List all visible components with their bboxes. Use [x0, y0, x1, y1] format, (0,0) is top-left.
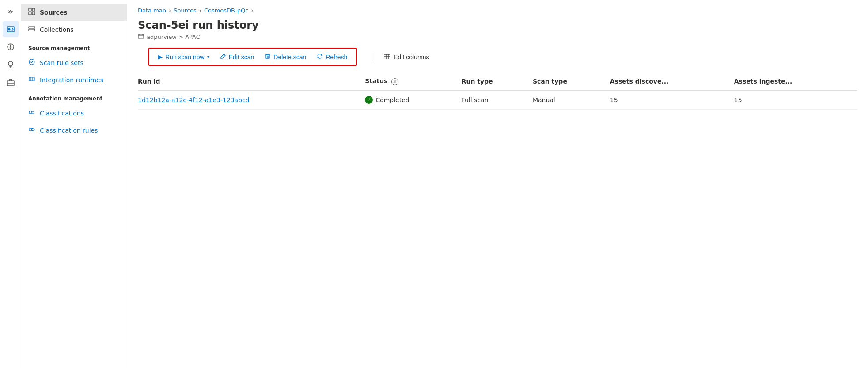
page-subtitle: adpurview > APAC: [138, 33, 857, 41]
briefcase-nav-icon[interactable]: [3, 74, 19, 90]
sidebar-classification-rules-label: Classification rules: [40, 127, 98, 134]
table-row: 1d12b12a-a12c-4f12-a1e3-123abcd ✓ Comple…: [138, 90, 857, 110]
toolbar-secondary: Edit columns: [379, 49, 434, 65]
scan-history-table: Run id Status i Run type Scan type Asset…: [138, 73, 857, 110]
sidebar-item-classifications[interactable]: Classifications: [21, 104, 127, 122]
subtitle-text: adpurview > APAC: [147, 34, 200, 40]
annotation-management-header: Annotation management: [21, 88, 127, 104]
sidebar-item-integration-runtimes[interactable]: Integration runtimes: [21, 71, 127, 88]
sidebar-classifications-label: Classifications: [40, 110, 84, 117]
svg-point-13: [29, 59, 34, 65]
col-header-assets-ingested: Assets ingeste...: [734, 73, 857, 90]
status-cell: ✓ Completed: [365, 96, 456, 104]
sidebar-item-scan-rule-sets[interactable]: Scan rule sets: [21, 54, 127, 71]
integration-runtimes-icon: [28, 76, 35, 84]
svg-point-21: [32, 128, 34, 131]
toolbar-actions: ▶ Run scan now ▾ Edit scan: [148, 48, 357, 66]
cell-status: ✓ Completed: [365, 90, 461, 110]
sources-icon: [28, 8, 35, 16]
col-header-run-id: Run id: [138, 73, 365, 90]
breadcrumb-cosmosdb[interactable]: CosmosDB-pQc: [204, 7, 248, 14]
breadcrumb-sources[interactable]: Sources: [174, 7, 196, 14]
status-completed-icon: ✓: [365, 96, 373, 104]
page-header: Scan-5ei run history adpurview > APAC: [127, 14, 868, 41]
svg-point-20: [29, 128, 32, 131]
collapse-icon[interactable]: ≫: [3, 4, 19, 19]
chevron-down-icon: ▾: [207, 54, 209, 59]
breadcrumb-datamap[interactable]: Data map: [138, 7, 166, 14]
toolbar-divider: [373, 51, 373, 63]
edit-columns-label: Edit columns: [394, 54, 429, 61]
status-label: Completed: [375, 96, 409, 104]
svg-point-17: [29, 111, 32, 114]
sidebar-collections-label: Collections: [40, 26, 74, 33]
cell-assets-discovered: 15: [610, 90, 734, 110]
page-title: Scan-5ei run history: [138, 19, 857, 31]
svg-rect-9: [29, 12, 31, 15]
cell-run-type: Full scan: [462, 90, 533, 110]
icon-strip: ≫: [0, 0, 21, 368]
subtitle-icon: [138, 33, 144, 41]
svg-rect-10: [32, 12, 35, 15]
columns-icon: [384, 53, 391, 61]
collections-icon: [28, 25, 35, 34]
svg-rect-14: [29, 77, 34, 81]
run-scan-now-button[interactable]: ▶ Run scan now ▾: [153, 51, 215, 63]
edit-scan-label: Edit scan: [229, 54, 254, 61]
sidebar-integration-runtimes-label: Integration runtimes: [40, 77, 103, 84]
play-icon: ▶: [158, 54, 163, 60]
col-header-assets-discovered: Assets discove...: [610, 73, 734, 90]
sidebar-scan-rule-sets-label: Scan rule sets: [40, 59, 83, 66]
delete-scan-label: Delete scan: [273, 54, 306, 61]
cell-assets-ingested: 15: [734, 90, 857, 110]
compass-nav-icon[interactable]: [3, 39, 19, 55]
svg-rect-23: [138, 34, 144, 38]
sidebar-sources-label: Sources: [40, 9, 68, 16]
sidebar-item-collections[interactable]: Collections: [21, 21, 127, 38]
status-info-icon[interactable]: i: [391, 78, 398, 85]
breadcrumb-sep-1: ›: [169, 7, 171, 14]
refresh-icon: [317, 53, 323, 61]
breadcrumb-sep-2: ›: [199, 7, 201, 14]
refresh-label: Refresh: [326, 54, 347, 61]
lightbulb-nav-icon[interactable]: [3, 57, 19, 73]
table-header-row: Run id Status i Run type Scan type Asset…: [138, 73, 857, 90]
col-header-status: Status i: [365, 73, 461, 90]
classifications-icon: [28, 109, 35, 117]
source-management-header: Source management: [21, 38, 127, 54]
classification-rules-icon: [28, 126, 35, 134]
map-nav-icon[interactable]: [3, 21, 19, 37]
cell-scan-type: Manual: [533, 90, 610, 110]
sidebar-item-classification-rules[interactable]: Classification rules: [21, 122, 127, 139]
main-content: Data map › Sources › CosmosDB-pQc › Scan…: [127, 0, 868, 368]
edit-icon: [220, 53, 226, 61]
delete-icon: [265, 53, 271, 61]
col-header-scan-type: Scan type: [533, 73, 610, 90]
run-id-link[interactable]: 1d12b12a-a12c-4f12-a1e3-123abcd: [138, 96, 250, 104]
svg-rect-8: [32, 8, 35, 11]
delete-scan-button[interactable]: Delete scan: [259, 50, 311, 63]
svg-rect-11: [29, 27, 35, 28]
table-container: Run id Status i Run type Scan type Asset…: [127, 73, 868, 110]
sidebar: Sources Collections Source management Sc…: [21, 0, 127, 368]
breadcrumb: Data map › Sources › CosmosDB-pQc ›: [127, 0, 868, 14]
svg-rect-12: [29, 29, 35, 31]
svg-rect-7: [29, 8, 31, 11]
svg-rect-28: [266, 55, 269, 58]
col-header-run-type: Run type: [462, 73, 533, 90]
breadcrumb-sep-3: ›: [251, 7, 253, 14]
toolbar-outer: ▶ Run scan now ▾ Edit scan: [127, 48, 868, 66]
edit-scan-button[interactable]: Edit scan: [215, 50, 260, 63]
refresh-button[interactable]: Refresh: [311, 50, 353, 63]
svg-point-1: [8, 28, 10, 31]
edit-columns-button[interactable]: Edit columns: [379, 50, 434, 63]
run-scan-now-label: Run scan now: [165, 54, 205, 61]
sidebar-item-sources[interactable]: Sources: [21, 4, 127, 21]
cell-run-id: 1d12b12a-a12c-4f12-a1e3-123abcd: [138, 90, 365, 110]
scan-rule-sets-icon: [28, 58, 35, 67]
